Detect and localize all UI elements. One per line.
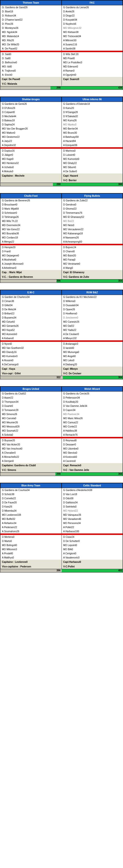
lineup-cell: MO Trickovski34 [62,34,123,38]
lineup-cell: A Batshuayi58 [62,135,123,139]
score-bar-right [55,472,123,476]
lineup-cell: D Hoefkens0 [62,311,123,316]
score-bar: 296354 [0,279,123,283]
lineup-cell: D Brouckaert0 [0,203,62,207]
score-bar-right [53,183,123,186]
lineup-cell: V-C: Simons [0,468,62,472]
score-bar: 298366 [0,472,123,476]
lineup-cell: Capi: El Ghanassy [62,270,123,275]
lineup-cell: MO Vanaeken46 [62,517,123,521]
lineup-cell: MD Ederson0 [62,65,123,69]
lineup-cell: A Chevalier0 [0,451,62,455]
team1-lineup: G Gardien de Charleroi34D Ciman38D Gille… [0,295,62,340]
captain-block: Capi : KayaVice-capi : GilletCapi: Mboyo… [0,367,123,376]
team2-captains: Capi: Remacle0V-C : Van Damme Jelle [62,463,123,472]
team2-name: Celtic Standard [62,483,123,488]
captain-block: Capitaine : MecheleCapi: HazardV-C: Berr… [0,174,123,183]
lineup-cell: D Odoi38 [62,496,123,500]
lineup-cell: D Bojovic24 [62,245,123,249]
lineup-cell: A Ezequiel36 [62,143,123,147]
lineup-cell: MO Mununga0 [62,350,123,354]
lineup-cell: D Dupius16 [0,149,62,153]
lineup-cell: D: Belhocine0 [0,60,62,65]
score-bar-right [62,569,123,572]
lineup-cell: MD Praet0 [62,56,123,60]
lineup-cell: Capi: Mboyo [62,367,123,371]
team2-subs: D Cisse24D De Schutter0MO Lepoint0MO BIA… [62,535,123,560]
team2-subs: D Marinos0D Luissint0MO Kumordzi0MO Ghal… [62,149,123,174]
subs-lineups: D Hempte20D Fran0MO Dejaegere0A Mushekwi… [0,245,123,270]
score-bar: 288388 [0,183,123,186]
lineup-cell: Capi: Hazard [62,174,123,178]
lineup-cell: A Prodell0 [0,551,62,556]
lineup-cell: MD Diandy16 [0,350,62,354]
lineup-cell: A Habibou38 [62,429,123,433]
lineup-cell: D: Pirez26 [0,22,62,26]
lineup-cell: A Suarez116 [62,42,123,46]
team1-lineup: G Gardiens de Courtrai34D Scholz38D Corn… [0,488,62,533]
lineup-cell: MO Camus22 [62,421,123,425]
lineup-cell: MO: De Witte20 [0,42,62,46]
lineup-cell: D Dessaer0 [62,442,123,446]
lineup-cell: D Buysens34 [0,316,62,320]
lineup-cell: D Van Damme Jelle34 [62,404,123,408]
lineup-cell: D Tshimanga26 [0,215,62,219]
subs-lineups: D Mertens0D Marto0MO Bolingoli0MO Milice… [0,535,123,560]
lineup-cell: D N'Ganga28 [62,110,123,114]
lineup-cell: MO Kabananga18 [62,231,123,236]
lineup-cell: G Gardiens de Courtrai34 [0,488,62,492]
lineup-cell: V-C: De Ceulaer [62,371,123,376]
subs-lineups: D Dupius16D Jääger0MO Kage0MO Henkens32A… [0,149,123,174]
starting-lineups: G Gardiens de Beveren26D Brouckaert0D Ma… [0,198,123,244]
lineup-cell: G Gardiens d'Anderlecht38 [62,488,123,492]
team2-lineup: G Gardiens du Cercle26D Pettersson34D Ko… [62,392,123,437]
lineup-cell: G Gardiens du Lierse26 [62,5,123,9]
lineup-cell: MO Yadis22 [62,328,123,332]
lineup-cell: V-C:Pollet [62,564,123,569]
captain-block: Cap. : Maric MijatV-C. : Gardiens de Bev… [0,270,123,279]
lineup-cell: MO Ghaly22 [62,161,123,165]
score-bar-left [0,183,53,186]
lineup-cell: D Gendros0 [62,203,123,207]
team2-subs: D Reynaud0D Dessaer0MO Libombe0MO Sterck… [62,438,123,463]
lineup-cell: A Mushekwi0 [0,258,62,262]
lineup-cell: Capi : Kaya [0,367,62,371]
team2-lineup: G Gardiens du Lierse26D Anele26D Diogo22… [62,5,123,51]
lineup-cell: D Tomasevic28 [0,408,62,412]
lineup-cell: Capitaine : Lestienne0 [0,560,62,564]
lineup-cell: D Cornelis22 [0,496,62,500]
team2-score: 402 [118,569,122,572]
lineup-cell: A Jarju22 [0,139,62,143]
team1-subs: D: Sald0D: Satl0D: Belhocine0MO: Idd0A: … [0,52,62,77]
lineup-cell: A De Sutter0 [62,169,123,174]
lineup-cell: D Kara26 [0,505,62,509]
lineup-cell: D Diogo22 [62,13,123,18]
lineup-cell: D Ghomsi22 [62,207,123,211]
lineup-cell: D Van Loo18 [62,492,123,496]
lineup-cell: A: Etock0 [0,73,62,77]
lineup-cell: MO Daf22 [62,324,123,328]
lineup-cell: MO Geraerts26 [0,324,62,328]
lineup-cell: MO Destorme22 [0,135,62,139]
match-block: Chullo FootFlying BulletsG Gardiens de B… [0,193,123,283]
lineup-cell: MO Bolingoli0 [0,543,62,547]
lineup-cell: A Ogunjimi0 [62,73,123,77]
lineup-cell: MD Van Goethem32 [0,346,62,350]
starting-lineups: G: Gardiens de Gand26D: Biset18D: Robson… [0,5,123,51]
team2-captains: Capi:Harbaoui0V-C:Pollet [62,560,123,569]
lineup-cell: MO Kumordzi0 [62,157,123,161]
match-header: E.W-CRUW B&Z [0,290,123,295]
lineup-cell: Capitaine : Mechele [0,174,62,178]
lineup-cell: D: D'haene karel22 [0,18,62,22]
team1-subs: D Buysse20MO Van Acker20MD Van Imschoot0… [0,438,62,463]
lineup-cell: D Kanu20 [62,106,123,110]
match-block: E.W-CRUW B&ZG Gardien de Charleroi34D Ci… [0,290,123,379]
lineup-cell: MO Kage0 [0,157,62,161]
lineup-cell: D Reynaud0 [62,438,123,442]
lineup-cell: V-C: Berrier [62,178,123,183]
match-header: Thirteen TeamFKC [0,0,123,5]
lineup-cell: V-C: Gardiens de Zulte [62,275,123,279]
lineup-cell: MO Van Acker20 [0,442,62,446]
lineup-cell: A De Ceulaer0 [62,332,123,336]
lineup-cell: A Refaelov34 [0,521,62,525]
